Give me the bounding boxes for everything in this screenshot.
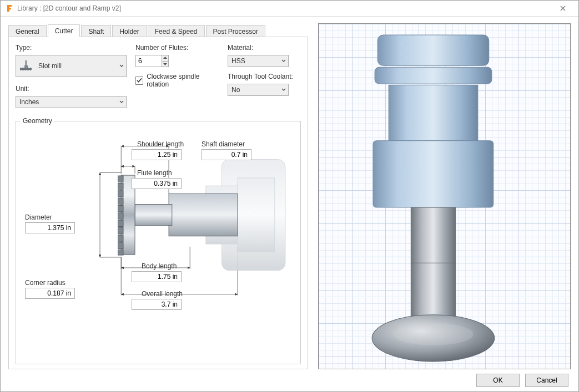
tab-shaft[interactable]: Shaft (81, 25, 111, 37)
svg-rect-2 (24, 65, 28, 68)
diameter-label: Diameter (25, 213, 52, 221)
unit-label: Unit: (16, 85, 127, 93)
svg-rect-8 (27, 68, 28, 70)
tab-cutter[interactable]: Cutter (48, 24, 80, 37)
chevron-down-icon (281, 59, 286, 63)
tab-post-processor[interactable]: Post Processor (206, 25, 265, 37)
window-close-button[interactable] (552, 1, 574, 16)
svg-rect-48 (389, 85, 478, 140)
svg-rect-46 (377, 35, 489, 65)
material-value: HSS (231, 57, 281, 65)
ok-button[interactable]: OK (476, 374, 520, 387)
svg-rect-5 (22, 68, 23, 70)
svg-rect-7 (25, 68, 26, 70)
tab-general[interactable]: General (8, 25, 47, 37)
svg-rect-41 (118, 220, 124, 226)
shaft-input[interactable] (202, 149, 251, 160)
geometry-group: Geometry (16, 117, 301, 364)
clockwise-label: Clockwise spindle rotation (147, 73, 219, 88)
svg-rect-10 (30, 68, 31, 70)
svg-rect-49 (373, 141, 494, 207)
coolant-select[interactable]: No (228, 84, 289, 96)
svg-rect-9 (28, 68, 29, 70)
svg-rect-32 (169, 194, 238, 236)
coolant-value: No (231, 86, 281, 94)
diameter-input[interactable] (25, 222, 75, 233)
tool-preview[interactable] (318, 23, 571, 369)
tabs: General Cutter Shaft Holder Feed & Speed… (8, 23, 308, 37)
svg-rect-33 (135, 205, 172, 226)
chevron-down-icon (119, 100, 124, 104)
flute-label: Flute length (137, 169, 172, 177)
svg-rect-1 (25, 60, 27, 66)
svg-rect-30 (238, 178, 275, 252)
corner-input[interactable] (25, 288, 75, 299)
spinner-up-icon[interactable] (162, 55, 168, 62)
flutes-label: Number of Flutes: (135, 44, 219, 52)
overall-label: Overall length (142, 290, 183, 298)
svg-rect-39 (118, 205, 124, 211)
svg-rect-44 (118, 242, 124, 248)
svg-point-53 (393, 323, 473, 345)
material-label: Material: (228, 44, 300, 52)
flute-input[interactable] (132, 178, 182, 189)
clockwise-checkbox[interactable]: Clockwise spindle rotation (135, 73, 219, 88)
dialog-footer: OK Cancel (8, 369, 571, 391)
svg-rect-35 (118, 176, 124, 182)
chevron-down-icon (281, 88, 286, 92)
svg-rect-6 (23, 68, 24, 70)
tab-feed-speed[interactable]: Feed & Speed (148, 25, 205, 37)
unit-select[interactable]: Inches (16, 96, 127, 108)
checkbox-icon (135, 77, 143, 85)
overall-input[interactable] (132, 299, 182, 310)
svg-rect-43 (118, 235, 124, 241)
cancel-button[interactable]: Cancel (525, 374, 568, 387)
svg-rect-38 (118, 198, 124, 204)
svg-rect-42 (118, 228, 124, 234)
cutter-page: Type: Slot mill Unit: (8, 37, 308, 369)
material-select[interactable]: HSS (228, 55, 289, 67)
tool-3d-preview-icon (319, 24, 570, 369)
window-title: Library : [2D contour and Ramp v2] (17, 4, 552, 12)
fusion-icon (5, 4, 14, 13)
flutes-value[interactable] (136, 55, 162, 67)
svg-rect-4 (20, 68, 21, 70)
body-input[interactable] (132, 271, 182, 282)
corner-label: Corner radius (25, 279, 66, 287)
spinner-down-icon[interactable] (162, 62, 168, 67)
svg-rect-36 (118, 183, 124, 189)
svg-rect-37 (118, 191, 124, 197)
unit-value: Inches (19, 98, 119, 106)
svg-rect-40 (118, 213, 124, 219)
coolant-label: Through Tool Coolant: (228, 73, 300, 80)
type-select[interactable]: Slot mill (16, 55, 127, 77)
tool-library-dialog: Library : [2D contour and Ramp v2] Gener… (0, 0, 579, 392)
type-label: Type: (16, 44, 127, 52)
type-value: Slot mill (38, 62, 119, 70)
slot-mill-icon (18, 58, 34, 74)
svg-rect-50 (411, 207, 455, 263)
shaft-label: Shaft diameter (202, 140, 245, 148)
titlebar: Library : [2D contour and Ramp v2] (1, 1, 578, 17)
shoulder-label: Shoulder length (137, 140, 184, 148)
svg-rect-47 (375, 67, 492, 84)
flutes-input[interactable] (135, 55, 169, 67)
shoulder-input[interactable] (132, 149, 182, 160)
tab-holder[interactable]: Holder (112, 25, 146, 37)
chevron-down-icon (119, 64, 124, 68)
geometry-diagram (21, 130, 296, 359)
body-label: Body length (142, 262, 177, 270)
geometry-legend: Geometry (21, 117, 54, 125)
svg-rect-45 (118, 250, 124, 256)
